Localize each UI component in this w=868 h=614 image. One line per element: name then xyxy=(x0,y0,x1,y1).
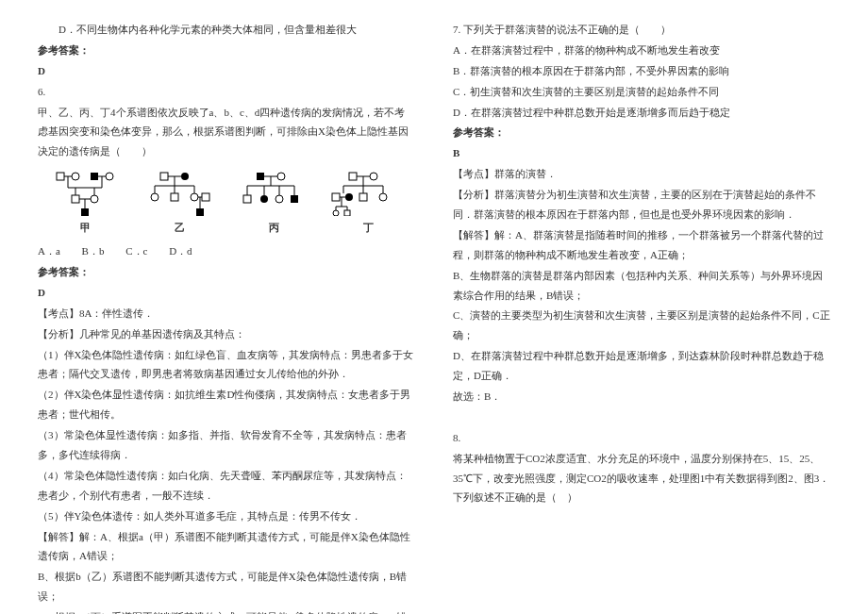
jieda-1: 【解答】解：A、根据a（甲）系谱图不能判断其遗传方式，可能是伴X染色体隐性遗传病… xyxy=(38,527,415,567)
q7a: A．在群落演替过程中，群落的物种构成不断地发生着改变 xyxy=(453,41,830,60)
q6-options: A．a B．b C．c D．d xyxy=(38,241,415,261)
q7d: D．在群落演替过程中种群总数开始是逐渐增多而后趋于稳定 xyxy=(453,103,830,123)
jd1c: C、根据c（丙）系谱图不能判断其遗传方式，可能是伴X染色体隐性遗传病，C错误； xyxy=(38,607,415,614)
q5-option-d: D．不同生物体内各种化学元素的种类大体相同，但含量相差很大 xyxy=(38,20,415,40)
label-jia: 甲 xyxy=(80,218,91,238)
q6-opt-d: D．d xyxy=(169,245,192,257)
svg-point-41 xyxy=(260,195,268,203)
left-column: D．不同生物体内各种化学元素的种类大体相同，但含量相差很大 参考答案： D 6.… xyxy=(38,19,415,614)
svg-point-17 xyxy=(181,173,189,180)
fx1c: （3）常染色体显性遗传病：如多指、并指、软骨发育不全等，其发病特点：患者多，多代… xyxy=(38,425,415,465)
q6-opt-b: B．b xyxy=(82,245,105,257)
kaodian-1: 【考点】8A：伴性遗传． xyxy=(38,304,415,324)
pedigree-svg-yi xyxy=(142,169,217,216)
fx2: 【分析】群落演替分为初生演替和次生演替，主要的区别在于演替起始的条件不同．群落演… xyxy=(453,185,830,224)
q6-opt-a: A．a xyxy=(38,245,60,257)
svg-rect-2 xyxy=(91,173,98,180)
svg-rect-55 xyxy=(359,193,367,201)
q8-text: 将某种植物置于CO2浓度适宜、水分充足的环境中，温度分别保持在5、15、25、3… xyxy=(453,449,830,508)
label-ding: 丁 xyxy=(363,218,374,238)
pedigree-jia: 甲 xyxy=(47,169,123,238)
gx2: 故选：B． xyxy=(453,387,830,407)
svg-point-56 xyxy=(379,193,387,201)
pedigree-ding: 丁 xyxy=(330,169,406,238)
svg-point-3 xyxy=(106,173,113,180)
kd2: 【考点】群落的演替． xyxy=(453,164,830,184)
svg-point-53 xyxy=(345,193,353,201)
svg-point-24 xyxy=(151,193,159,201)
fx1a: （1）伴X染色体隐性遗传病：如红绿色盲、血友病等，其发病特点：男患者多于女患者；… xyxy=(38,345,415,385)
fenxi-1: 【分析】几种常见的单基因遗传病及其特点： xyxy=(38,324,415,344)
svg-point-12 xyxy=(91,195,98,203)
right-column: 7. 下列关于群落演替的说法不正确的是（ ） A．在群落演替过程中，群落的物种构… xyxy=(453,19,830,614)
q6-opt-c: C．c xyxy=(125,245,147,257)
q7: 7. 下列关于群落演替的说法不正确的是（ ） xyxy=(453,20,830,40)
pedigree-svg-ding xyxy=(330,169,406,216)
q8-number: 8. xyxy=(453,428,830,448)
svg-point-1 xyxy=(72,173,79,180)
pedigree-figures: 甲 xyxy=(38,169,415,238)
svg-rect-0 xyxy=(57,173,64,180)
svg-rect-16 xyxy=(160,173,168,180)
fx1b: （2）伴X染色体显性遗传病：如抗维生素D性佝偻病，其发病特点：女患者多于男患者；… xyxy=(38,385,415,424)
svg-rect-27 xyxy=(202,193,209,201)
svg-rect-25 xyxy=(171,193,178,201)
answer-header: 参考答案： xyxy=(38,41,415,60)
answer-d-2: D xyxy=(38,283,415,303)
fx1e: （5）伴Y染色体遗传：如人类外耳道多毛症，其特点是：传男不传女． xyxy=(38,506,415,526)
svg-rect-52 xyxy=(332,193,340,201)
jd1b: B、根据b（乙）系谱图不能判断其遗传方式，可能是伴X染色体隐性遗传病，B错误； xyxy=(38,567,415,606)
svg-rect-11 xyxy=(72,195,79,203)
svg-point-26 xyxy=(191,193,198,201)
svg-rect-31 xyxy=(257,173,264,180)
q7c: C．初生演替和次生演替的主要区别是演替的起始条件不同 xyxy=(453,82,830,102)
q6-text: 甲、乙、丙、丁4个系谱图依次反映了a、b、c、d四种遗传病的发病情况，若不考虑基… xyxy=(38,103,415,162)
answer-header-2: 参考答案： xyxy=(38,262,415,282)
fx1d: （4）常染色体隐性遗传病：如白化病、先天聋哑、苯丙酮尿症等，其发病特点：患者少，… xyxy=(38,466,415,506)
pedigree-yi: 乙 xyxy=(142,169,217,238)
answer-d: D xyxy=(38,61,415,81)
svg-rect-43 xyxy=(291,195,298,203)
svg-rect-15 xyxy=(81,208,89,216)
answer-b: B xyxy=(453,143,830,163)
svg-point-42 xyxy=(275,195,283,203)
pedigree-svg-jia xyxy=(47,169,123,216)
q6-number: 6. xyxy=(38,82,415,102)
jd2c: C、演替的主要类型为初生演替和次生演替，主要区别是演替的起始条件不同，C正确； xyxy=(453,306,830,345)
label-bing: 丙 xyxy=(269,218,279,238)
svg-point-45 xyxy=(370,173,377,180)
svg-rect-40 xyxy=(243,195,251,203)
svg-rect-62 xyxy=(344,210,350,216)
jd2d: D、在群落演替过程中种群总数开始是逐渐增多，到达森林阶段时种群总数趋于稳定，D正… xyxy=(453,346,830,386)
svg-rect-44 xyxy=(349,173,357,180)
jd2: 【解答】解：A、群落演替是指随着时间的推移，一个群落被另一个群落代替的过程，则群… xyxy=(453,225,830,265)
pedigree-bing: 丙 xyxy=(236,169,311,238)
svg-rect-30 xyxy=(196,208,204,216)
q7b: B．群落演替的根本原因在于群落内部，不受外界因素的影响 xyxy=(453,61,830,81)
label-yi: 乙 xyxy=(175,218,185,238)
pedigree-svg-bing xyxy=(236,169,311,216)
answer-header-r: 参考答案： xyxy=(453,123,830,142)
svg-point-61 xyxy=(333,210,339,216)
svg-point-32 xyxy=(277,173,285,180)
jd2b: B、生物群落的演替是群落内部因素（包括种内关系、种间关系等）与外界环境因素综合作… xyxy=(453,266,830,306)
